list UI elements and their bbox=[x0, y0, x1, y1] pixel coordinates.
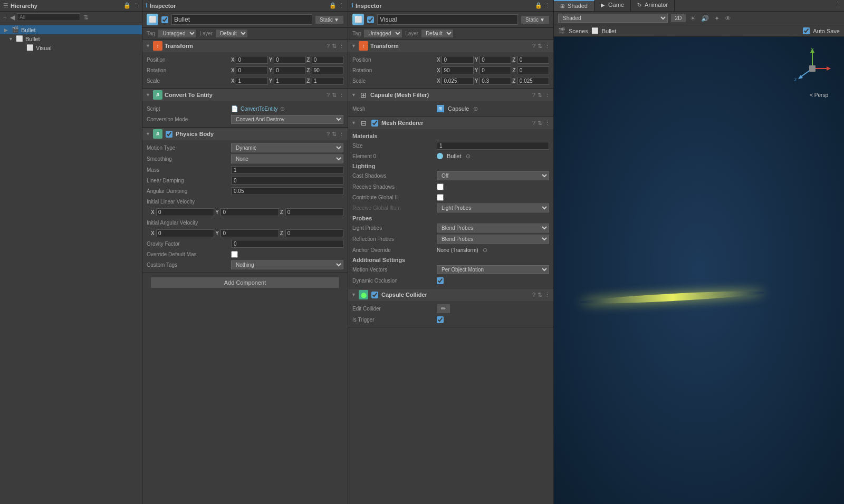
contribute-gi-checkbox[interactable] bbox=[437, 194, 444, 201]
is-trigger-checkbox[interactable] bbox=[437, 316, 444, 323]
scene-viewport[interactable]: y z < Persp bbox=[554, 37, 844, 504]
mesh-browse-icon[interactable]: ⊙ bbox=[473, 105, 478, 112]
transform-help-icon[interactable]: ? bbox=[327, 43, 330, 50]
more-icon-left[interactable]: ⋮ bbox=[339, 2, 344, 9]
motion-vectors-select[interactable]: Per Object Motion bbox=[437, 265, 549, 274]
sort-icon[interactable]: ⇅ bbox=[82, 14, 90, 21]
transform-more-icon[interactable]: ⋮ bbox=[339, 43, 344, 50]
lighting-btn[interactable]: ☀ bbox=[689, 15, 697, 22]
lock-icon-right[interactable]: 🔒 bbox=[535, 2, 542, 9]
script-browse-icon[interactable]: ⊙ bbox=[280, 105, 285, 112]
convert-header[interactable]: ▼ # Convert To Entity ? ⇅ ⋮ bbox=[142, 89, 348, 101]
transform-help-icon-right[interactable]: ? bbox=[532, 43, 535, 50]
transform-more-icon-right[interactable]: ⋮ bbox=[544, 43, 550, 50]
reflection-probes-select[interactable]: Blend Probes bbox=[437, 235, 549, 244]
capsule-pin-icon[interactable]: ⇅ bbox=[538, 92, 542, 99]
transform-pin-icon[interactable]: ⇅ bbox=[332, 43, 337, 50]
auto-save-checkbox[interactable] bbox=[803, 27, 810, 34]
motion-type-select[interactable]: Dynamic bbox=[231, 143, 343, 152]
scene-gizmo[interactable]: y z bbox=[791, 47, 833, 90]
transform-header-right[interactable]: ▼ ↕ Transform ? ⇅ ⋮ bbox=[348, 40, 553, 52]
ilv-x[interactable] bbox=[156, 208, 214, 216]
arrow-left-icon[interactable]: ◀ bbox=[10, 14, 15, 21]
position-z-right[interactable] bbox=[517, 56, 549, 64]
iav-z[interactable] bbox=[285, 229, 343, 237]
mesh-renderer-help-icon[interactable]: ? bbox=[532, 120, 535, 127]
rotation-z-left[interactable] bbox=[312, 66, 343, 74]
ilv-z[interactable] bbox=[285, 208, 343, 216]
layer-select-visual[interactable]: Default bbox=[421, 30, 453, 37]
gravity-factor-input[interactable] bbox=[231, 240, 343, 248]
iav-y[interactable] bbox=[220, 229, 279, 237]
hierarchy-item-bullet-root[interactable]: ▶ 🎬 Bullet bbox=[0, 25, 142, 34]
rotation-x-right[interactable] bbox=[442, 66, 473, 74]
dynamic-occlusion-checkbox[interactable] bbox=[437, 277, 444, 284]
scene-tab-animator[interactable]: ↻ Animator bbox=[631, 0, 675, 11]
mesh-renderer-pin-icon[interactable]: ⇅ bbox=[538, 120, 542, 127]
transform-header-left[interactable]: ▼ ↕ Transform ? ⇅ ⋮ bbox=[142, 40, 348, 52]
tag-select-visual[interactable]: Untagged bbox=[364, 30, 402, 37]
scale-x-right[interactable] bbox=[442, 77, 473, 85]
scale-z-right[interactable] bbox=[517, 77, 549, 85]
scene-tab-scene[interactable]: ⊞ Shaded bbox=[554, 0, 594, 11]
position-z-left[interactable] bbox=[312, 56, 343, 64]
add-component-button[interactable]: Add Component bbox=[151, 277, 339, 288]
element0-browse-icon[interactable]: ⊙ bbox=[466, 153, 471, 160]
lock-icon-left[interactable]: 🔒 bbox=[329, 2, 337, 9]
anchor-browse-icon[interactable]: ⊙ bbox=[483, 247, 487, 254]
more-icon[interactable]: ⋮ bbox=[133, 2, 139, 9]
scale-z-left[interactable] bbox=[312, 77, 343, 85]
size-input[interactable] bbox=[437, 142, 549, 150]
receive-shadows-checkbox[interactable] bbox=[437, 183, 444, 190]
physics-pin-icon[interactable]: ⇅ bbox=[332, 131, 337, 138]
capsule-mesh-filter-header[interactable]: ▼ ⊞ Capsule (Mesh Filter) ? ⇅ ⋮ bbox=[348, 89, 553, 101]
scene-tab-game[interactable]: ▶ Game bbox=[594, 0, 631, 11]
custom-tags-select[interactable]: Nothing bbox=[231, 260, 343, 269]
effects-btn[interactable]: ✦ bbox=[713, 15, 721, 22]
shading-mode-select[interactable]: Shaded bbox=[558, 14, 668, 23]
mesh-renderer-header[interactable]: ▼ ⊟ Mesh Renderer ? ⇅ ⋮ bbox=[348, 117, 553, 129]
rotation-x-left[interactable] bbox=[236, 66, 267, 74]
obj-name-input-bullet[interactable] bbox=[171, 14, 312, 25]
capsule-collider-checkbox[interactable] bbox=[371, 292, 378, 298]
2d-toggle-btn[interactable]: 2D bbox=[671, 14, 686, 22]
physics-more-icon[interactable]: ⋮ bbox=[339, 131, 344, 138]
angular-damping-input[interactable] bbox=[231, 187, 343, 195]
more-icon-right[interactable]: ⋮ bbox=[544, 2, 550, 9]
capsule-help-icon[interactable]: ? bbox=[532, 92, 535, 99]
rotation-z-right[interactable] bbox=[517, 66, 549, 74]
convert-pin-icon[interactable]: ⇅ bbox=[332, 92, 337, 99]
position-y-left[interactable] bbox=[274, 56, 305, 64]
obj-name-input-visual[interactable] bbox=[377, 14, 518, 25]
scale-y-right[interactable] bbox=[479, 77, 511, 85]
scene-lock-icon[interactable]: ⋮ bbox=[835, 0, 841, 11]
hidden-objects-btn[interactable]: 👁 bbox=[724, 15, 732, 22]
ilv-y[interactable] bbox=[220, 208, 279, 216]
conversion-mode-select[interactable]: Convert And Destroy bbox=[231, 115, 343, 124]
layer-select-bullet[interactable]: Default bbox=[216, 30, 247, 37]
capsule-collider-pin-icon[interactable]: ⇅ bbox=[538, 292, 542, 298]
obj-enable-checkbox-visual[interactable] bbox=[367, 16, 374, 23]
capsule-collider-more-icon[interactable]: ⋮ bbox=[544, 292, 550, 298]
static-dropdown-btn[interactable]: Static ▼ bbox=[315, 16, 343, 24]
capsule-collider-header[interactable]: ▼ ⬤ Capsule Collider ? ⇅ ⋮ bbox=[348, 288, 553, 301]
lock-icon[interactable]: 🔒 bbox=[123, 2, 131, 9]
scale-x-left[interactable] bbox=[236, 77, 267, 85]
mesh-renderer-checkbox[interactable] bbox=[371, 120, 378, 127]
mass-input[interactable] bbox=[231, 166, 343, 174]
tag-select-bullet[interactable]: Untagged bbox=[158, 30, 196, 37]
position-y-right[interactable] bbox=[479, 56, 511, 64]
override-default-mass-checkbox[interactable] bbox=[231, 251, 238, 258]
add-hierarchy-btn[interactable]: + bbox=[2, 14, 8, 21]
cast-shadows-select[interactable]: Off bbox=[437, 171, 549, 180]
physics-checkbox[interactable] bbox=[166, 131, 172, 138]
capsule-collider-help-icon[interactable]: ? bbox=[532, 292, 535, 298]
hierarchy-item-visual[interactable]: ⬜ Visual bbox=[0, 43, 142, 52]
hierarchy-search-input[interactable] bbox=[17, 13, 80, 21]
iav-x[interactable] bbox=[156, 229, 214, 237]
scale-y-left[interactable] bbox=[274, 77, 305, 85]
obj-enable-checkbox-bullet[interactable] bbox=[161, 16, 168, 23]
position-x-right[interactable] bbox=[442, 56, 473, 64]
receive-global-illum-select[interactable]: Light Probes bbox=[437, 203, 549, 212]
edit-collider-btn[interactable]: ✏ bbox=[437, 304, 450, 313]
